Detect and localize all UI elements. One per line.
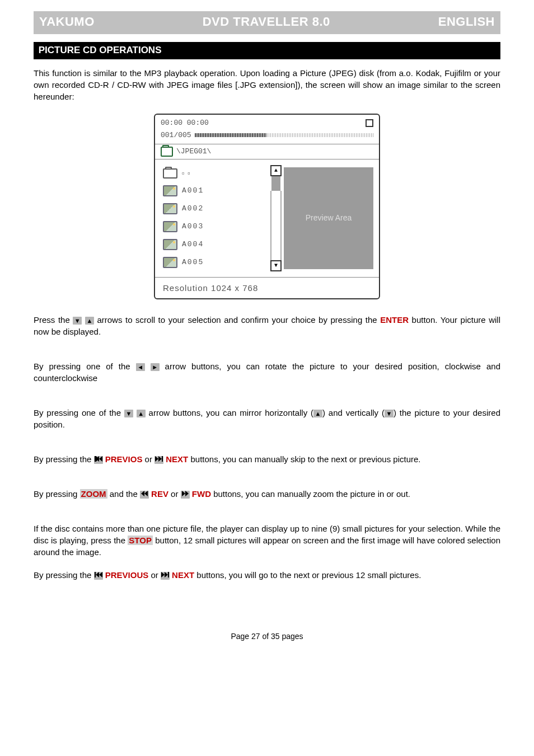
paragraph: By pressing one of the ▼ ▲ arrow buttons…	[34, 407, 500, 430]
skip-next-icon	[161, 572, 170, 580]
section-title: PICTURE CD OPERATIONS	[34, 42, 500, 59]
skip-next-icon	[154, 456, 163, 464]
svg-marker-10	[144, 491, 148, 496]
rewind-icon	[140, 491, 149, 499]
skip-prev-icon	[94, 572, 103, 580]
language: ENGLISH	[438, 13, 495, 31]
image-icon	[163, 185, 177, 196]
scroll-thumb[interactable]	[271, 176, 280, 191]
enter-label: ENTER	[380, 315, 409, 325]
up-arrow-icon: ▲	[137, 410, 146, 417]
scrollbar[interactable]: ▲ ▼	[270, 159, 282, 277]
track-counter: 001/005	[161, 130, 191, 140]
updir-item[interactable]: ▫ ▫	[163, 165, 268, 182]
image-icon	[163, 203, 177, 214]
svg-marker-17	[165, 572, 168, 577]
list-item[interactable]: A002	[163, 200, 268, 218]
image-icon	[163, 257, 177, 268]
zoom-label: ZOOM	[80, 489, 107, 499]
svg-rect-8	[162, 456, 163, 462]
svg-marker-12	[185, 491, 189, 496]
svg-rect-0	[95, 456, 96, 462]
paragraph: If the disc contains more than one pictu…	[34, 523, 500, 558]
file-list: ▫ ▫ A001 A002 A003 A004	[155, 159, 270, 277]
image-icon	[163, 221, 177, 232]
page-header: YAKUMO DVD TRAVELLER 8.0 ENGLISH	[34, 11, 500, 34]
progress-bar	[195, 133, 373, 137]
up-arrow-icon: ▲	[85, 317, 94, 325]
left-arrow-icon: ◄	[136, 363, 145, 371]
svg-marker-11	[182, 491, 185, 496]
svg-marker-16	[161, 572, 165, 577]
paragraph: By pressing the PREVIOS or NEXT buttons,…	[34, 453, 500, 465]
list-item[interactable]: A004	[163, 236, 268, 253]
forward-icon	[181, 491, 190, 499]
resolution-label: Resolution 1024 x 768	[155, 277, 379, 298]
scroll-track	[270, 191, 282, 260]
product-title: DVD TRAVELLER 8.0	[203, 13, 330, 31]
down-arrow-icon: ▼	[73, 317, 82, 325]
player-ui: 00:00 00:00 001/005 \JPEG01\ ▫ ▫ A001	[154, 114, 380, 300]
list-item[interactable]: A001	[163, 182, 268, 200]
svg-marker-6	[155, 456, 158, 462]
svg-marker-9	[141, 491, 144, 496]
svg-marker-7	[158, 456, 162, 462]
preview-area: Preview Area	[284, 167, 373, 269]
svg-rect-18	[168, 572, 169, 577]
stop-label: STOP	[128, 536, 153, 545]
paragraph: Press the ▼ ▲ arrows to scroll to your s…	[34, 314, 500, 337]
folder-icon	[161, 147, 173, 157]
svg-marker-5	[99, 456, 102, 462]
down-arrow-icon: ▼	[385, 410, 394, 417]
current-path: \JPEG01\	[176, 147, 211, 157]
paragraph: By pressing the PREVIOUS or NEXT buttons…	[34, 569, 500, 581]
svg-rect-13	[95, 572, 96, 577]
image-icon	[163, 239, 177, 250]
right-arrow-icon: ►	[151, 363, 160, 371]
list-item[interactable]: A005	[163, 253, 268, 271]
scroll-up-icon[interactable]: ▲	[270, 165, 282, 176]
brand: YAKUMO	[39, 13, 95, 31]
paragraph: By pressing one of the ◄ ► arrow buttons…	[34, 360, 500, 384]
list-item[interactable]: A003	[163, 218, 268, 236]
skip-prev-icon	[94, 456, 103, 464]
time-display: 00:00 00:00	[161, 118, 209, 128]
intro-text: This function is similar to the MP3 play…	[34, 67, 500, 102]
scroll-down-icon[interactable]: ▼	[270, 260, 282, 271]
svg-marker-15	[99, 572, 102, 577]
stop-icon	[366, 119, 373, 127]
down-arrow-icon: ▼	[124, 410, 133, 417]
up-arrow-icon: ▲	[313, 410, 322, 417]
page-footer: Page 27 of 35 pages	[34, 631, 500, 642]
folder-icon	[163, 168, 177, 179]
paragraph: By pressing ZOOM and the REV or FWD butt…	[34, 488, 500, 500]
svg-marker-14	[96, 572, 99, 577]
